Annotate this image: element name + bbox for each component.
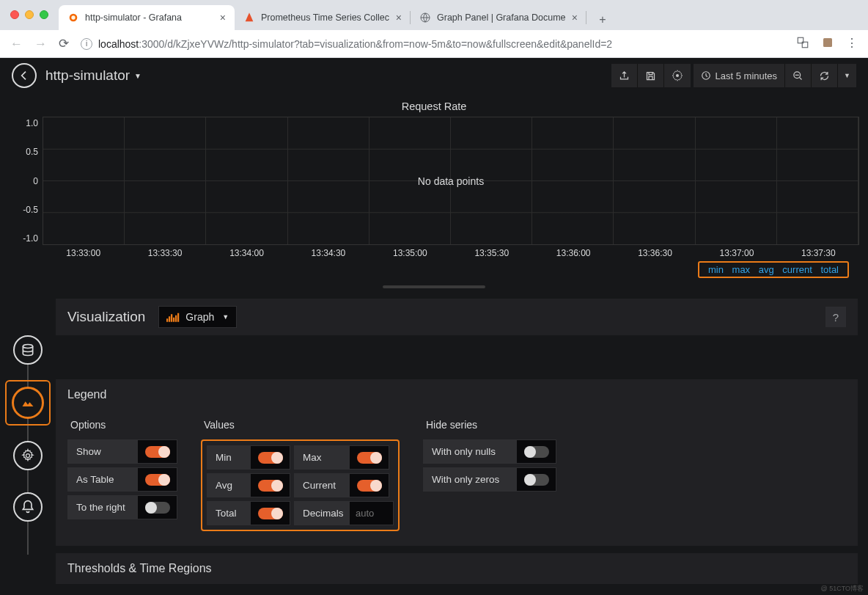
window-close[interactable] — [10, 10, 19, 19]
visualization-header: Visualization Graph ? — [56, 299, 858, 335]
svg-rect-15 — [175, 315, 177, 322]
svg-rect-13 — [171, 314, 172, 322]
decimals-input[interactable] — [356, 508, 387, 519]
chart-title: Request Rate — [9, 96, 859, 117]
no-data-message: No data points — [418, 175, 484, 187]
save-button[interactable] — [638, 64, 664, 87]
total-toggle[interactable] — [258, 508, 283, 519]
hide-series-label: Hide series — [423, 419, 556, 431]
current-label: Current — [294, 473, 350, 497]
min-toggle[interactable] — [258, 452, 283, 464]
back-button[interactable]: ← — [10, 37, 23, 51]
browser-tab[interactable]: Graph Panel | Grafana Docume × — [411, 5, 586, 30]
visualization-type-select[interactable]: Graph — [158, 306, 237, 328]
svg-point-10 — [26, 454, 30, 458]
svg-rect-16 — [177, 313, 179, 322]
chevron-down-icon: ▼ — [134, 72, 141, 80]
avg-label: Avg — [207, 473, 251, 497]
decimals-label: Decimals — [294, 501, 350, 525]
svg-point-9 — [23, 345, 32, 348]
url-host: localhost — [98, 38, 139, 50]
prometheus-favicon — [243, 12, 255, 23]
general-tab[interactable] — [13, 441, 43, 470]
min-label: Min — [207, 445, 251, 470]
total-label: Total — [207, 501, 251, 525]
svg-point-1 — [71, 15, 75, 19]
browser-tab-active[interactable]: http-simulator - Grafana × — [59, 5, 235, 30]
visualization-label: Visualization — [67, 309, 145, 325]
share-button[interactable] — [611, 64, 638, 87]
svg-rect-12 — [169, 316, 170, 322]
current-toggle[interactable] — [357, 480, 382, 492]
translate-icon[interactable] — [796, 36, 809, 52]
only-nulls-label: With only nulls — [423, 439, 517, 464]
dashboard-title[interactable]: http-simulator ▼ — [45, 67, 141, 84]
only-zeros-label: With only zeros — [423, 467, 517, 492]
menu-icon[interactable]: ⋮ — [846, 36, 858, 52]
legend-columns: min max avg current total — [698, 261, 849, 278]
zoom-out-button[interactable] — [785, 64, 812, 87]
forward-button[interactable]: → — [34, 37, 47, 51]
close-icon[interactable]: × — [572, 12, 578, 23]
time-picker[interactable]: Last 5 minutes — [694, 64, 786, 87]
as-table-label: As Table — [67, 467, 138, 492]
legend-section-title: Legend — [56, 379, 858, 410]
as-table-toggle[interactable] — [145, 474, 170, 486]
url-path: :3000/d/kZjxeYVWz/http-simulator?tab=vis… — [139, 38, 612, 50]
help-button[interactable]: ? — [825, 307, 846, 327]
tab-title: Graph Panel | Grafana Docume — [437, 12, 566, 23]
info-icon[interactable]: i — [81, 38, 92, 50]
resize-handle[interactable] — [383, 285, 485, 288]
max-label: Max — [294, 445, 350, 470]
alert-tab[interactable] — [13, 492, 43, 522]
show-toggle[interactable] — [145, 446, 170, 458]
values-label: Values — [201, 419, 400, 431]
chart-plot[interactable]: 1.0 0.5 0 -0.5 -1.0 No data points — [9, 117, 859, 245]
back-to-dashboard-button[interactable] — [12, 63, 37, 88]
refresh-button[interactable] — [812, 64, 838, 87]
x-axis: 13:33:0013:33:3013:34:0013:34:3013:35:00… — [9, 248, 859, 258]
to-right-toggle[interactable] — [145, 502, 170, 514]
queries-tab[interactable] — [13, 335, 43, 365]
grafana-favicon — [67, 12, 79, 23]
y-axis: 1.0 0.5 0 -0.5 -1.0 — [9, 117, 43, 245]
avg-toggle[interactable] — [258, 480, 283, 492]
svg-rect-14 — [173, 318, 174, 322]
window-minimize[interactable] — [25, 10, 34, 19]
svg-point-6 — [676, 74, 679, 77]
only-zeros-toggle[interactable] — [524, 474, 549, 486]
reload-button[interactable]: ⟳ — [59, 36, 69, 51]
globe-favicon — [419, 12, 431, 23]
thresholds-section-title: Thresholds & Time Regions — [56, 553, 858, 584]
svg-rect-11 — [166, 318, 168, 322]
options-label: Options — [67, 419, 177, 431]
tab-title: Prometheus Time Series Collec — [261, 12, 389, 23]
close-icon[interactable]: × — [396, 12, 402, 23]
to-right-label: To the right — [67, 495, 138, 519]
refresh-dropdown[interactable]: ▼ — [838, 64, 856, 87]
show-label: Show — [67, 439, 138, 464]
tab-title: http-simulator - Grafana — [85, 12, 182, 23]
close-icon[interactable]: × — [220, 12, 226, 23]
settings-button[interactable] — [664, 64, 691, 87]
watermark: @ 51CTO博客 — [821, 584, 864, 594]
max-toggle[interactable] — [357, 452, 382, 464]
only-nulls-toggle[interactable] — [524, 446, 549, 458]
new-tab-button[interactable]: + — [592, 10, 613, 30]
window-zoom[interactable] — [40, 10, 48, 19]
visualization-tab[interactable] — [12, 387, 44, 419]
svg-rect-5 — [823, 38, 832, 47]
profile-icon[interactable] — [821, 36, 834, 52]
browser-tab[interactable]: Prometheus Time Series Collec × — [235, 5, 411, 30]
url-field[interactable]: i localhost:3000/d/kZjxeYVWz/http-simula… — [81, 38, 784, 50]
